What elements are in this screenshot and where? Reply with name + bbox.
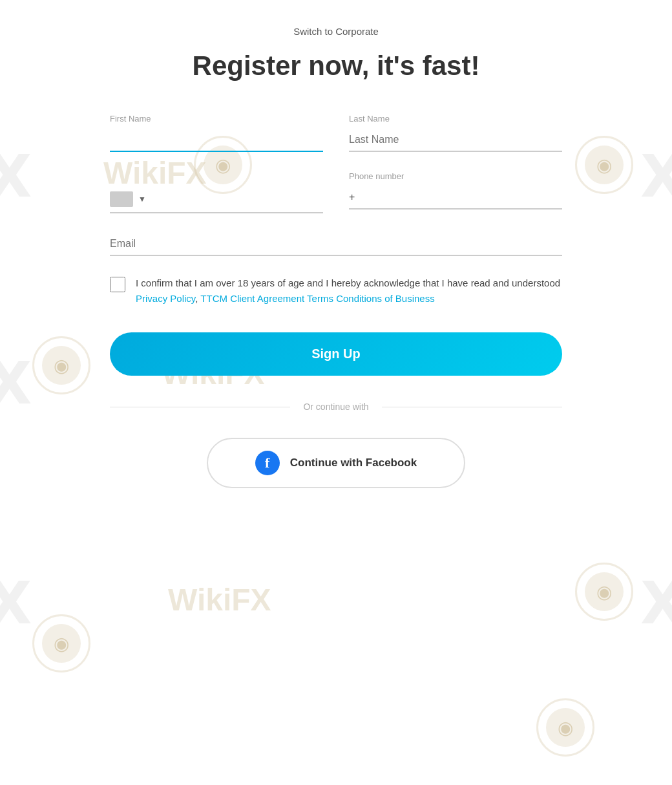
divider-line-right [382, 407, 562, 407]
watermark-x-left-1: 𝗫 [0, 142, 32, 210]
facebook-icon: f [255, 451, 280, 475]
first-name-input[interactable] [110, 129, 323, 152]
first-name-group: First Name [110, 114, 323, 152]
divider-row: Or continue with [110, 402, 562, 412]
email-row [110, 233, 562, 256]
email-input[interactable] [110, 233, 562, 256]
watermark-x-right-2: 𝗫 [640, 569, 672, 637]
terms-checkbox[interactable] [110, 277, 125, 292]
country-dropdown[interactable]: ▼ [110, 186, 323, 213]
wikifx-watermark-3: WikiFX [168, 582, 271, 618]
phone-number-label: Phone number [349, 171, 562, 181]
facebook-button[interactable]: f Continue with Facebook [207, 438, 465, 488]
phone-input[interactable] [357, 191, 562, 203]
wikifx-icon-5: ◉ [32, 614, 90, 672]
first-name-label: First Name [110, 114, 323, 124]
switch-to-corporate[interactable]: Switch to Corporate [110, 26, 562, 38]
terms-comma: , [195, 293, 198, 304]
facebook-button-label: Continue with Facebook [290, 457, 417, 469]
phone-number-group: Phone number + [349, 171, 562, 213]
last-name-label: Last Name [349, 114, 562, 124]
divider-line-left [110, 407, 290, 407]
divider-text: Or continue with [303, 402, 368, 412]
phone-row: ▼ Phone number + [110, 171, 562, 213]
ttcm-link[interactable]: TTCM Client Agreement Terms [200, 293, 333, 304]
watermark-x-left-2: 𝗫 [0, 349, 32, 417]
terms-text: I confirm that I am over 18 years of age… [136, 275, 562, 306]
switch-link-text[interactable]: Switch to Corporate [293, 26, 379, 37]
email-group [110, 233, 562, 256]
name-row: First Name Last Name [110, 114, 562, 152]
country-selector-group: ▼ [110, 171, 323, 213]
last-name-group: Last Name [349, 114, 562, 152]
country-flag [110, 191, 133, 207]
wikifx-icon-4: ◉ [575, 563, 633, 621]
terms-text-part1: I confirm that I am over 18 years of age… [136, 277, 560, 288]
sign-up-button[interactable]: Sign Up [110, 332, 562, 376]
page-title: Register now, it's fast! [110, 50, 562, 81]
terms-checkbox-wrapper[interactable] [110, 277, 125, 292]
dropdown-arrow-icon: ▼ [138, 195, 146, 204]
terms-row: I confirm that I am over 18 years of age… [110, 275, 562, 306]
privacy-policy-link[interactable]: Privacy Policy [136, 293, 195, 304]
watermark-x-left-3: 𝗫 [0, 569, 32, 637]
watermark-x-right-1: 𝗫 [640, 142, 672, 210]
phone-input-wrapper: + [349, 186, 562, 210]
phone-plus-sign: + [349, 191, 355, 203]
last-name-input[interactable] [349, 129, 562, 152]
conditions-link[interactable]: Conditions of Business [336, 293, 435, 304]
wikifx-icon-6: ◉ [536, 698, 594, 757]
